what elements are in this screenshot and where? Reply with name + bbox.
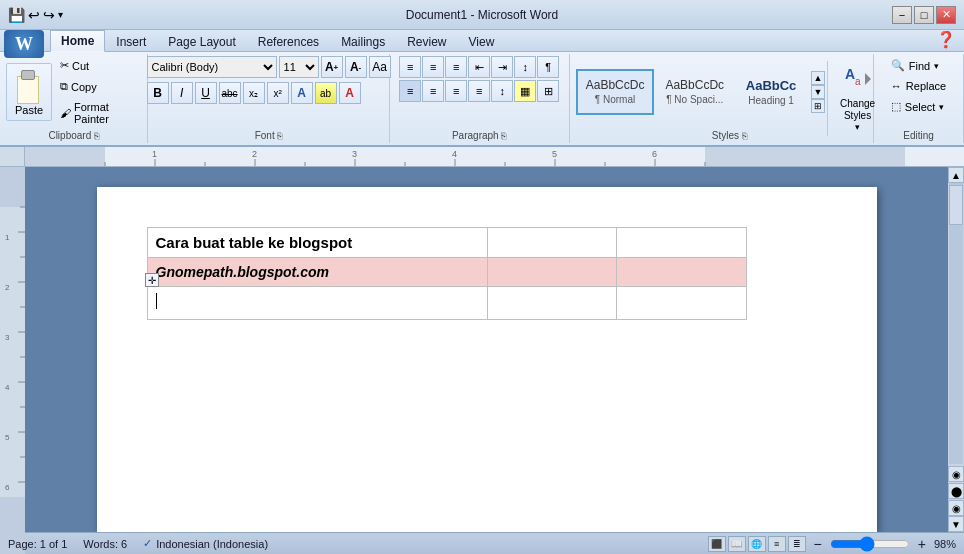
paste-button[interactable]: Paste [6, 63, 52, 121]
office-button[interactable]: W [4, 30, 44, 58]
scroll-next-page[interactable]: ◉ [948, 500, 964, 516]
tab-home[interactable]: Home [50, 30, 105, 52]
help-icon[interactable]: ❓ [936, 30, 956, 49]
table-cell-3-3[interactable] [617, 287, 747, 320]
italic-button[interactable]: I [171, 82, 193, 104]
align-left-button[interactable]: ≡ [399, 80, 421, 102]
status-right: ⬛ 📖 🌐 ≡ ≣ − + 98% [708, 536, 956, 552]
ruler-corner[interactable] [0, 147, 25, 167]
style-nospacing[interactable]: AaBbCcDc ¶ No Spaci... [656, 69, 733, 115]
font-expand[interactable]: ⎘ [277, 131, 282, 141]
document-table: Cara buat table ke blogspot Gnomepath.bl… [147, 227, 747, 320]
status-left: Page: 1 of 1 Words: 6 ✓ Indonesian (Indo… [8, 537, 268, 550]
decrease-indent-button[interactable]: ⇤ [468, 56, 490, 78]
copy-button[interactable]: ⧉ Copy [56, 77, 141, 96]
font-row1: Calibri (Body) 11 A+ A- Aa [147, 56, 391, 78]
style-normal[interactable]: AaBbCcDc ¶ Normal [576, 69, 655, 115]
text-effects-button[interactable]: A [291, 82, 313, 104]
sort-button[interactable]: ↕ [514, 56, 536, 78]
clear-format-button[interactable]: Aa [369, 56, 391, 78]
styles-expand[interactable]: ⊞ [811, 99, 825, 113]
maximize-button[interactable]: □ [914, 6, 934, 24]
justify-button[interactable]: ≡ [468, 80, 490, 102]
outline-view[interactable]: ≡ [768, 536, 786, 552]
align-right-button[interactable]: ≡ [445, 80, 467, 102]
cut-button[interactable]: ✂ Cut [56, 56, 141, 75]
table-cell-1-1[interactable]: Cara buat table ke blogspot [147, 228, 487, 258]
scroll-down-button[interactable]: ▼ [948, 516, 964, 532]
table-cell-3-2[interactable] [487, 287, 617, 320]
draft-view[interactable]: ≣ [788, 536, 806, 552]
table-cell-2-1[interactable]: Gnomepath.blogspot.com [147, 258, 487, 287]
table-cell-1-2[interactable] [487, 228, 617, 258]
line-spacing-button[interactable]: ↕ [491, 80, 513, 102]
styles-scroll-up[interactable]: ▲ [811, 71, 825, 85]
close-button[interactable]: ✕ [936, 6, 956, 24]
zoom-minus[interactable]: − [814, 536, 822, 552]
shrink-font-button[interactable]: A- [345, 56, 367, 78]
tab-mailings[interactable]: Mailings [330, 31, 396, 52]
numbering-button[interactable]: ≡ [422, 56, 444, 78]
font-color-button[interactable]: A [339, 82, 361, 104]
multilevel-button[interactable]: ≡ [445, 56, 467, 78]
superscript-button[interactable]: x² [267, 82, 289, 104]
undo-icon[interactable]: ↩ [28, 7, 40, 23]
tab-insert[interactable]: Insert [105, 31, 157, 52]
document-page[interactable]: ✛ Cara buat table ke blogspot Gnomepath.… [97, 187, 877, 532]
styles-scroll-down[interactable]: ▼ [811, 85, 825, 99]
scroll-thumb[interactable] [949, 185, 963, 225]
style-heading1[interactable]: AaBbCc Heading 1 [735, 69, 807, 115]
svg-text:4: 4 [452, 149, 457, 159]
save-icon[interactable]: 💾 [8, 7, 25, 23]
language-indicator[interactable]: ✓ Indonesian (Indonesia) [143, 537, 268, 550]
scroll-prev-page[interactable]: ◉ [948, 466, 964, 482]
minimize-button[interactable]: − [892, 6, 912, 24]
scroll-track[interactable] [949, 183, 963, 464]
quickaccess-dropdown[interactable]: ▾ [58, 9, 63, 20]
grow-font-button[interactable]: A+ [321, 56, 343, 78]
shading-button[interactable]: ▦ [514, 80, 536, 102]
document-area[interactable]: ✛ Cara buat table ke blogspot Gnomepath.… [25, 167, 948, 532]
redo-icon[interactable]: ↪ [43, 7, 55, 23]
tab-pagelayout[interactable]: Page Layout [157, 31, 246, 52]
zoom-level[interactable]: 98% [934, 538, 956, 550]
find-button[interactable]: 🔍 Find ▾ [886, 56, 944, 75]
vertical-scrollbar: ▲ ◉ ⬤ ◉ ▼ [948, 167, 964, 532]
svg-text:2: 2 [5, 283, 10, 292]
tab-view[interactable]: View [458, 31, 506, 52]
scroll-select-browse[interactable]: ⬤ [948, 483, 964, 499]
underline-button[interactable]: U [195, 82, 217, 104]
tab-references[interactable]: References [247, 31, 330, 52]
show-marks-button[interactable]: ¶ [537, 56, 559, 78]
clipboard-expand[interactable]: ⎘ [94, 131, 99, 141]
zoom-slider[interactable] [830, 540, 910, 548]
table-row-highlight: Gnomepath.blogspot.com [147, 258, 746, 287]
bullets-button[interactable]: ≡ [399, 56, 421, 78]
subscript-button[interactable]: x₂ [243, 82, 265, 104]
print-layout-view[interactable]: ⬛ [708, 536, 726, 552]
table-move-handle[interactable]: ✛ [145, 273, 159, 287]
strikethrough-button[interactable]: abc [219, 82, 241, 104]
borders-button[interactable]: ⊞ [537, 80, 559, 102]
table-cell-3-1[interactable] [147, 287, 487, 320]
zoom-plus[interactable]: + [918, 536, 926, 552]
styles-expand-btn[interactable]: ⎘ [742, 131, 747, 141]
font-size-select[interactable]: 11 [279, 56, 319, 78]
table-cell-2-3[interactable] [617, 258, 747, 287]
increase-indent-button[interactable]: ⇥ [491, 56, 513, 78]
tab-review[interactable]: Review [396, 31, 457, 52]
paragraph-expand[interactable]: ⎘ [501, 131, 506, 141]
table-cell-2-2[interactable] [487, 258, 617, 287]
font-family-select[interactable]: Calibri (Body) [147, 56, 277, 78]
scroll-up-button[interactable]: ▲ [948, 167, 964, 183]
svg-text:5: 5 [5, 433, 10, 442]
format-painter-button[interactable]: 🖌 Format Painter [56, 98, 141, 128]
web-layout-view[interactable]: 🌐 [748, 536, 766, 552]
highlight-button[interactable]: ab [315, 82, 337, 104]
table-cell-1-3[interactable] [617, 228, 747, 258]
align-center-button[interactable]: ≡ [422, 80, 444, 102]
select-button[interactable]: ⬚ Select ▾ [886, 97, 950, 116]
replace-button[interactable]: ↔ Replace [886, 77, 951, 95]
full-reading-view[interactable]: 📖 [728, 536, 746, 552]
bold-button[interactable]: B [147, 82, 169, 104]
